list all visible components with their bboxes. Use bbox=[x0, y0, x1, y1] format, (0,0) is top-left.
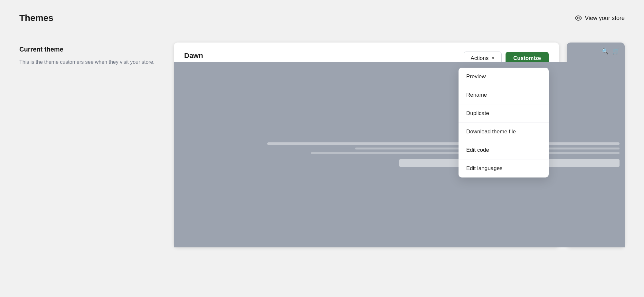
cart-icon: 🛒 bbox=[612, 48, 620, 55]
view-store-label: View your store bbox=[585, 15, 625, 22]
current-theme-label: Current theme bbox=[19, 46, 155, 53]
view-store-button[interactable]: View your store bbox=[574, 14, 625, 22]
dropdown-item-download[interactable]: Download theme file bbox=[459, 123, 549, 141]
dropdown-item-duplicate[interactable]: Duplicate bbox=[459, 104, 549, 123]
dropdown-item-edit-languages[interactable]: Edit languages bbox=[459, 159, 549, 177]
theme-name: Dawn bbox=[184, 52, 229, 60]
svg-point-0 bbox=[577, 17, 579, 19]
page-title: Themes bbox=[19, 13, 53, 23]
dropdown-item-rename[interactable]: Rename bbox=[459, 86, 549, 104]
main-content: Current theme This is the theme customer… bbox=[19, 43, 625, 247]
theme-card-container: Dawn Last saved: Just now Dawn version 7… bbox=[174, 43, 625, 247]
chevron-down-icon: ▼ bbox=[491, 56, 495, 61]
header: Themes View your store bbox=[19, 13, 625, 23]
page-wrapper: Themes View your store Current theme Thi… bbox=[0, 0, 644, 297]
left-panel: Current theme This is the theme customer… bbox=[19, 43, 155, 66]
secondary-preview: 🔍 🛒 bbox=[567, 43, 625, 247]
dropdown-item-edit-code[interactable]: Edit code bbox=[459, 141, 549, 159]
dropdown-item-preview[interactable]: Preview bbox=[459, 68, 549, 86]
actions-dropdown: Preview Rename Duplicate Download theme … bbox=[459, 68, 549, 177]
current-theme-description: This is the theme customers see when the… bbox=[19, 58, 155, 66]
search-icon: 🔍 bbox=[601, 48, 609, 55]
secondary-theme-card: 🔍 🛒 bbox=[567, 43, 625, 247]
actions-label: Actions bbox=[470, 55, 488, 62]
eye-icon bbox=[574, 14, 582, 22]
